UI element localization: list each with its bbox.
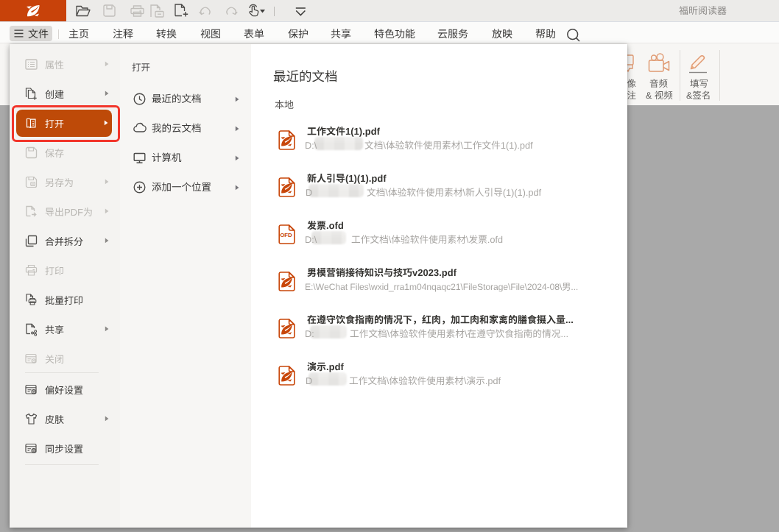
svg-text:OFD: OFD (280, 232, 292, 238)
